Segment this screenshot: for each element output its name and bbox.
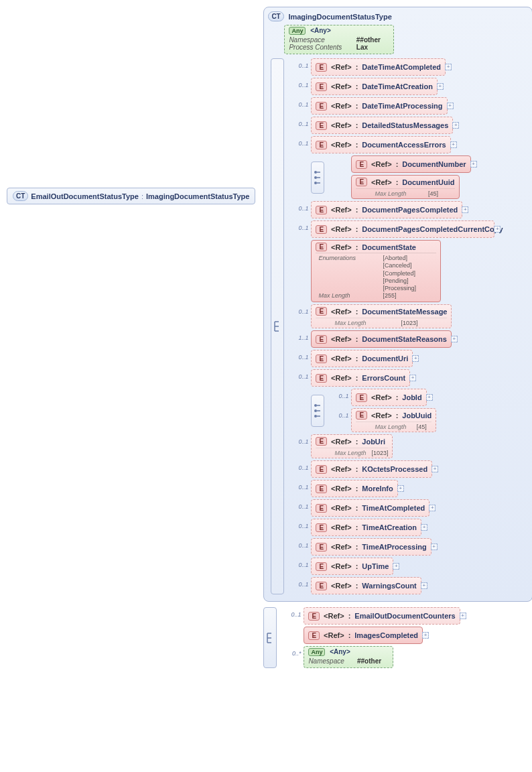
element-ref[interactable]: E <Ref>: MoreInfo + — [311, 480, 397, 497]
choice-group: 0..1 E <Ref>: JobId + 0..1 — [311, 389, 525, 432]
base-type-panel: CT ImagingDocumentStatusType Any <Any> N… — [263, 7, 532, 602]
ct-badge: CT — [268, 11, 283, 21]
any-tag: <Any> — [310, 27, 331, 34]
svg-point-2 — [314, 182, 317, 184]
element-ref[interactable]: E <Ref>: DateTimeAtCreation + — [311, 78, 437, 95]
type-separator: : — [141, 192, 143, 200]
element-ref[interactable]: E <Ref>: TimeAtProcessing + — [311, 538, 431, 556]
expand-icon[interactable]: + — [452, 122, 459, 129]
any-badge: Any — [289, 27, 306, 35]
expand-icon[interactable]: + — [409, 375, 416, 381]
root-type-box[interactable]: CT EmailOutDocumentStatusType : ImagingD… — [7, 188, 255, 204]
element-ref[interactable]: E <Ref>: EmailOutDocumentCounters + — [304, 607, 460, 625]
svg-point-3 — [314, 404, 317, 407]
element-ref[interactable]: E <Ref>: DetailedStatusMessages + — [311, 117, 453, 134]
expand-icon[interactable]: + — [494, 226, 501, 233]
element-ref[interactable]: E <Ref>: WarningsCount + — [311, 577, 421, 594]
element-ref[interactable]: E <Ref>: UpTime + — [311, 558, 393, 575]
element-ref[interactable]: E <Ref>: TimeAtCompleted + — [311, 499, 429, 517]
expand-icon[interactable]: + — [445, 64, 452, 70]
expand-icon[interactable]: + — [447, 103, 454, 109]
choice-group: E <Ref>: DocumentNumber + E <Ref>: — [311, 155, 525, 199]
expand-icon[interactable]: + — [451, 336, 458, 342]
element-ref[interactable]: E <Ref>: DateTimeAtProcessing + — [311, 97, 447, 115]
svg-point-5 — [314, 415, 317, 417]
expand-icon[interactable]: + — [460, 613, 466, 619]
sequence-compositor — [271, 58, 284, 594]
any-wildcard[interactable]: Any <Any> Namespace##other — [304, 646, 393, 668]
svg-point-1 — [314, 176, 317, 179]
choice-compositor — [311, 162, 324, 194]
element-ref[interactable]: E <Ref>: DocumentStateMessage Max Length… — [311, 304, 452, 328]
expand-icon[interactable]: + — [437, 83, 444, 90]
element-ref[interactable]: E <Ref>: ErrorsCount + — [311, 369, 410, 387]
any-details: Namespace##other Process ContentsLax — [289, 36, 389, 51]
expand-icon[interactable]: + — [393, 563, 399, 570]
sequence-children: 0..1 E <Ref> : DateTimeAtCompleted + 0..… — [291, 58, 525, 594]
element-ref[interactable]: E <Ref>: ImagesCompleted + — [304, 627, 423, 644]
any-wildcard[interactable]: Any <Any> Namespace##other Process Conte… — [284, 25, 394, 54]
expand-icon[interactable]: + — [397, 485, 404, 492]
element-ref[interactable]: E <Ref>: JobUri Max Length[1023] + — [311, 434, 393, 458]
sequence-compositor — [263, 607, 277, 668]
element-ref[interactable]: E <Ref>: KOctetsProcessed + — [311, 460, 432, 478]
choice-compositor — [311, 395, 324, 427]
element-ref[interactable]: E <Ref> : DateTimeAtCompleted + — [311, 58, 446, 76]
enumeration-list: [Aborted] [Canceled] [Completed] [Pendin… — [383, 255, 436, 292]
ct-badge: CT — [13, 191, 28, 201]
element-ref[interactable]: E <Ref>: DocumentPagesCompleted + — [311, 201, 462, 218]
expand-icon[interactable]: + — [421, 524, 427, 531]
root-type-name: EmailOutDocumentStatusType — [31, 192, 139, 200]
svg-point-4 — [314, 409, 317, 412]
panel-title: ImagingDocumentStatusType — [288, 13, 525, 21]
element-ref[interactable]: E <Ref>: JobUuid Max Length[45] + — [351, 408, 436, 432]
element-ref[interactable]: E <Ref>: DocumentUri + — [311, 350, 413, 367]
element-documentstate[interactable]: E <Ref>: DocumentState Enumerations [Abo… — [311, 240, 441, 302]
element-ref[interactable]: E <Ref>: DocumentPagesCompletedCurrentCo… — [311, 220, 494, 238]
expand-icon[interactable]: + — [422, 632, 429, 639]
element-ref[interactable]: E <Ref>: DocumentAccessErrors + — [311, 136, 450, 153]
expand-icon[interactable]: + — [421, 582, 427, 589]
root-base-type: ImagingDocumentStatusType — [146, 192, 249, 200]
expand-icon[interactable]: + — [429, 505, 436, 511]
expand-icon[interactable]: + — [426, 394, 433, 401]
e-badge: E — [316, 63, 327, 72]
expand-icon[interactable]: + — [450, 141, 457, 148]
expand-icon[interactable]: + — [412, 355, 419, 362]
svg-point-0 — [314, 171, 317, 174]
element-ref[interactable]: E <Ref>: DocumentStateReasons + — [311, 330, 451, 348]
expand-icon[interactable]: + — [462, 206, 468, 213]
diagram-root: CT EmailOutDocumentStatusType : ImagingD… — [7, 7, 525, 668]
expand-icon[interactable]: + — [470, 161, 477, 168]
element-ref[interactable]: E <Ref>: TimeAtCreation + — [311, 519, 421, 536]
expand-icon[interactable]: + — [431, 466, 438, 472]
element-ref[interactable]: E <Ref>: DocumentNumber + — [351, 155, 470, 173]
expand-icon[interactable]: + — [431, 543, 438, 550]
element-ref[interactable]: E <Ref>: JobId + — [351, 389, 426, 406]
element-ref[interactable]: E <Ref>: DocumentUuid Max Length[45] + — [351, 175, 459, 199]
